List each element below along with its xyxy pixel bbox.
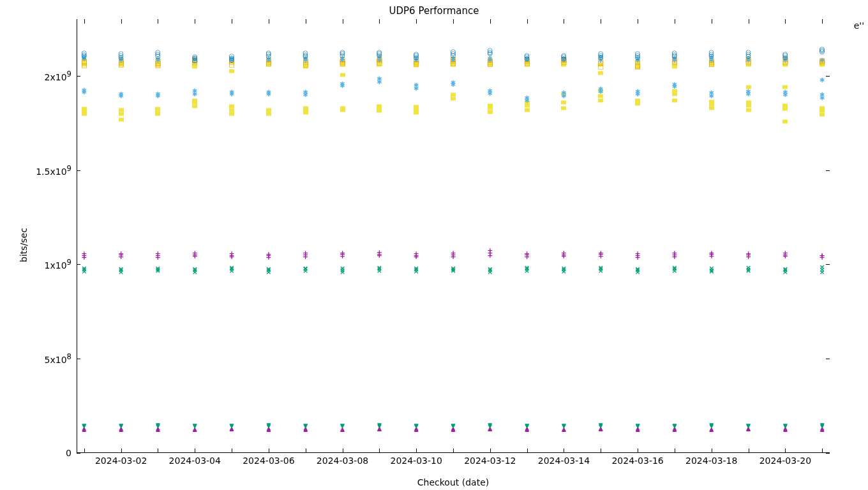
data-point xyxy=(81,249,87,256)
data-point xyxy=(192,52,198,59)
data-point xyxy=(303,49,308,56)
data-point xyxy=(819,91,825,98)
data-point xyxy=(266,265,271,272)
udp6-performance-chart: UDP6 Performance bits/sec Checkout (date… xyxy=(0,0,868,490)
data-point xyxy=(561,51,567,58)
data-point xyxy=(671,249,677,256)
x-tick-label: 2024-03-18 xyxy=(685,456,737,466)
data-point xyxy=(819,76,825,83)
data-point xyxy=(303,88,308,95)
data-point xyxy=(119,421,123,428)
data-point xyxy=(487,47,493,54)
data-point xyxy=(599,421,603,428)
data-point xyxy=(303,104,308,111)
y-tick-label: 0 xyxy=(66,448,71,458)
data-point xyxy=(340,249,345,256)
data-point xyxy=(672,48,678,56)
data-point xyxy=(634,265,640,272)
data-point xyxy=(377,421,382,428)
data-point xyxy=(782,50,788,57)
data-point xyxy=(819,266,825,273)
data-point xyxy=(340,80,345,87)
data-point xyxy=(561,99,566,106)
data-point xyxy=(414,249,419,256)
data-point xyxy=(524,94,529,101)
data-point xyxy=(266,48,272,56)
data-point xyxy=(450,249,456,256)
data-point xyxy=(451,48,456,55)
y-tick-label: 2x109 xyxy=(45,70,71,82)
data-point xyxy=(266,250,271,257)
data-point xyxy=(377,249,382,256)
data-point xyxy=(598,249,604,256)
data-point xyxy=(635,50,641,57)
data-point xyxy=(598,50,604,57)
data-point xyxy=(414,103,419,110)
data-point xyxy=(634,250,640,257)
data-point xyxy=(340,421,345,428)
data-point xyxy=(451,79,456,86)
data-point xyxy=(819,104,825,111)
data-point xyxy=(156,421,160,428)
data-point xyxy=(192,87,197,94)
data-point xyxy=(672,421,677,428)
x-tick-label: 2024-03-08 xyxy=(317,456,368,466)
data-point xyxy=(524,249,530,256)
data-point xyxy=(451,91,456,98)
data-point xyxy=(488,87,493,94)
data-point xyxy=(487,265,493,272)
data-point xyxy=(340,265,345,272)
data-point xyxy=(524,51,530,58)
data-point xyxy=(708,249,714,256)
data-point xyxy=(783,421,788,428)
data-point xyxy=(118,265,124,272)
data-point xyxy=(782,88,788,95)
data-point xyxy=(487,56,493,63)
corner-annotation: e'' xyxy=(854,20,864,31)
data-point xyxy=(266,106,271,113)
data-point xyxy=(561,249,567,256)
data-point xyxy=(266,88,271,95)
data-point xyxy=(228,249,234,256)
data-point xyxy=(598,70,603,77)
data-point xyxy=(340,48,345,55)
data-point xyxy=(303,249,308,256)
data-point xyxy=(377,264,382,271)
data-point xyxy=(709,89,714,96)
data-point xyxy=(488,421,492,428)
data-point xyxy=(340,104,345,111)
x-tick-label: 2024-03-14 xyxy=(538,456,590,466)
data-point xyxy=(81,265,87,272)
data-point xyxy=(414,50,419,57)
data-point xyxy=(155,105,160,112)
x-tick-label: 2024-03-06 xyxy=(243,456,294,466)
data-point xyxy=(745,249,751,256)
x-tick-label: 2024-03-02 xyxy=(95,456,147,466)
data-point xyxy=(266,421,271,428)
data-point xyxy=(635,97,640,104)
data-point xyxy=(636,421,640,428)
y-tick-label: 5x108 xyxy=(45,352,71,365)
data-point xyxy=(708,48,714,55)
data-point xyxy=(155,264,161,271)
data-point xyxy=(598,264,604,271)
data-point xyxy=(414,82,419,89)
x-axis-label: Checkout (date) xyxy=(77,477,830,487)
data-point xyxy=(524,264,530,271)
x-tick-label: 2024-03-20 xyxy=(760,456,811,466)
data-point xyxy=(635,87,640,94)
data-point xyxy=(118,50,124,57)
x-tick-label: 2024-03-10 xyxy=(390,456,442,466)
data-point xyxy=(745,87,751,94)
data-point xyxy=(745,48,751,55)
data-point xyxy=(82,105,87,112)
data-point xyxy=(709,421,714,428)
chart-title: UDP6 Performance xyxy=(0,5,868,17)
x-tick-label: 2024-03-12 xyxy=(464,456,516,466)
data-point xyxy=(746,99,751,106)
data-point xyxy=(377,75,382,82)
data-point xyxy=(782,265,788,272)
data-point xyxy=(229,103,234,110)
data-point xyxy=(228,264,234,271)
data-point xyxy=(193,421,197,428)
